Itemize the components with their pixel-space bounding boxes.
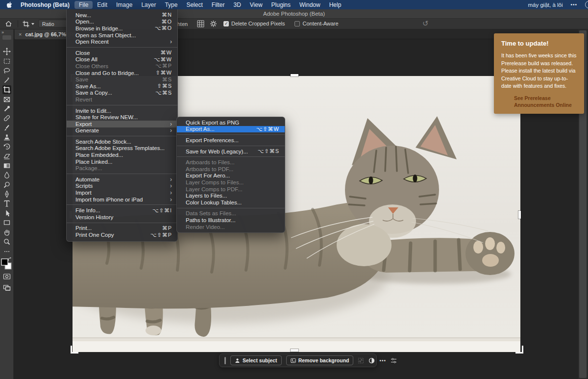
menu-item[interactable]: Render Video... bbox=[177, 224, 285, 230]
crop-settings-gear-icon[interactable] bbox=[210, 20, 217, 29]
menubar-item[interactable]: File bbox=[74, 1, 93, 9]
menu-item[interactable]: Close All ⌥⌘W bbox=[67, 56, 177, 63]
crop-handle-bottom-right[interactable] bbox=[515, 346, 523, 354]
menu-item[interactable]: Artboards to Files... bbox=[177, 159, 285, 166]
collapse-panel-chevron[interactable]: » bbox=[0, 29, 13, 35]
type-tool-icon[interactable] bbox=[4, 201, 9, 207]
rectangle-tool-icon[interactable] bbox=[4, 221, 10, 225]
options-checkbox[interactable]: Content-Aware bbox=[294, 21, 338, 26]
menubar-item[interactable]: Filter bbox=[207, 1, 229, 9]
remove-background-button[interactable]: Remove background bbox=[286, 355, 354, 365]
menubar-item[interactable]: 3D bbox=[229, 1, 245, 9]
crop-handle-bottom-left[interactable] bbox=[71, 346, 78, 354]
menubar-item[interactable]: Image bbox=[112, 1, 137, 9]
menu-item[interactable]: Save As... ⇧⌘S bbox=[67, 83, 177, 90]
select-subject-button[interactable]: Select subject bbox=[230, 355, 282, 365]
eyedropper-tool-icon[interactable] bbox=[5, 106, 10, 111]
menu-item[interactable]: Version History bbox=[67, 214, 177, 221]
menu-item[interactable]: Artboards to PDF... bbox=[177, 166, 285, 173]
taskbar-more-icon[interactable]: ••• bbox=[379, 358, 386, 363]
menu-item[interactable]: Open as Smart Object... bbox=[67, 32, 177, 39]
menu-item[interactable]: Open... ⌘O bbox=[67, 19, 177, 25]
history-brush-tool-icon[interactable] bbox=[4, 144, 10, 150]
lasso-tool-icon[interactable] bbox=[4, 68, 10, 73]
menu-item[interactable]: Invite to Edit... bbox=[67, 107, 177, 114]
crop-handle-right[interactable] bbox=[518, 211, 521, 219]
home-icon[interactable] bbox=[5, 20, 12, 29]
eraser-tool-icon[interactable] bbox=[4, 154, 10, 159]
crop-handle-top[interactable] bbox=[291, 74, 298, 76]
menu-item[interactable]: Close and Go to Bridge... ⇧⌘W bbox=[67, 70, 177, 76]
menu-item[interactable]: Save for Web (Legacy)... ⌥⇧⌘S bbox=[177, 148, 285, 155]
menu-item[interactable]: Export For Aero... bbox=[177, 173, 285, 179]
overlay-options-icon[interactable] bbox=[197, 20, 204, 29]
crop-handle-bottom[interactable] bbox=[291, 349, 298, 352]
edit-toolbar-icon[interactable] bbox=[4, 251, 9, 252]
pen-tool-icon[interactable] bbox=[5, 191, 8, 198]
menu-item[interactable]: Open Recent › bbox=[67, 38, 177, 45]
menubar-item[interactable]: Edit bbox=[93, 1, 112, 9]
reset-crop-icon[interactable]: ↺ bbox=[422, 19, 429, 28]
notification-link[interactable]: See Prerelease Announcements Online bbox=[514, 95, 579, 109]
menu-item[interactable]: Print... ⌘P bbox=[67, 225, 177, 232]
menu-item[interactable]: Search Adobe Express Templates... bbox=[67, 145, 177, 152]
menu-item[interactable]: Scripts › bbox=[67, 183, 177, 190]
menu-item[interactable]: Color Lookup Tables... bbox=[177, 199, 285, 206]
marquee-tool-icon[interactable] bbox=[4, 59, 10, 64]
menubar-item[interactable]: Type bbox=[160, 1, 182, 9]
menubar-clipped-icon[interactable] bbox=[585, 1, 588, 8]
quick-mask-icon[interactable] bbox=[4, 274, 10, 279]
menubar-item[interactable]: Help bbox=[325, 1, 346, 9]
menubar-item[interactable]: Plugins bbox=[267, 1, 295, 9]
adjustment-contrast-icon[interactable] bbox=[368, 357, 375, 364]
menubar-more-icon[interactable]: ••• bbox=[570, 2, 577, 7]
menu-item[interactable]: Close ⌘W bbox=[67, 50, 177, 56]
menu-item[interactable]: Export As... ⌥⇧⌘W bbox=[177, 126, 285, 133]
dodge-tool-icon[interactable] bbox=[4, 182, 10, 188]
menu-item[interactable]: Layer Comps to Files... bbox=[177, 179, 285, 186]
menubar-item[interactable]: Select bbox=[182, 1, 207, 9]
swap-colors-icon[interactable] bbox=[8, 257, 12, 261]
crop-tool-icon[interactable] bbox=[2, 85, 11, 94]
healing-brush-tool-icon[interactable] bbox=[4, 115, 10, 122]
menu-item[interactable]: Browse in Bridge... ⌥⌘O bbox=[67, 25, 177, 32]
zoom-tool-icon[interactable] bbox=[4, 239, 10, 245]
hand-tool-icon[interactable] bbox=[5, 230, 9, 236]
input-source-indicator[interactable]: máy giặt, à lôi bbox=[528, 2, 563, 8]
options-checkbox[interactable]: Delete Cropped Pixels bbox=[223, 21, 285, 26]
brush-tool-icon[interactable] bbox=[4, 126, 9, 131]
menu-item[interactable]: Export Preferences... bbox=[177, 137, 285, 144]
menu-item[interactable]: Automate › bbox=[67, 176, 177, 183]
menu-item[interactable]: Save ⌘S bbox=[67, 76, 177, 83]
menu-item[interactable]: Layers to Files... bbox=[177, 192, 285, 199]
toolbar-grip[interactable] bbox=[2, 35, 11, 40]
menu-item[interactable]: Share for Review NEW... bbox=[67, 114, 177, 121]
taskbar-drag-handle[interactable] bbox=[224, 357, 226, 364]
menu-item[interactable]: Generate › bbox=[67, 127, 177, 134]
app-menu[interactable]: Photoshop (Beta) bbox=[21, 1, 70, 8]
menu-item[interactable]: Print One Copy ⌥⇧⌘P bbox=[67, 231, 177, 238]
gradient-tool-icon[interactable] bbox=[4, 164, 10, 168]
foreground-background-colors[interactable] bbox=[1, 259, 11, 269]
menu-item[interactable]: Export › bbox=[67, 121, 177, 127]
menu-item[interactable]: Save a Copy... ⌥⌘S bbox=[67, 90, 177, 97]
apple-menu-icon[interactable] bbox=[7, 1, 13, 8]
taskbar-settings-icon[interactable] bbox=[391, 357, 397, 364]
menu-item[interactable]: Paths to Illustrator... bbox=[177, 217, 285, 224]
menu-item[interactable]: Revert bbox=[67, 96, 177, 103]
menu-item[interactable]: Place Embedded... bbox=[67, 152, 177, 158]
close-tab-icon[interactable]: × bbox=[19, 31, 22, 37]
menubar-item[interactable]: View bbox=[245, 1, 267, 9]
menu-item[interactable]: Import › bbox=[67, 189, 177, 196]
menubar-item[interactable]: Layer bbox=[137, 1, 160, 9]
menu-item[interactable]: Place Linked... bbox=[67, 158, 177, 165]
menu-item[interactable]: Layer Comps to PDF... bbox=[177, 186, 285, 193]
menu-item[interactable]: Quick Export as PNG bbox=[177, 119, 285, 126]
frame-tool-icon[interactable] bbox=[4, 98, 10, 102]
menu-item[interactable]: Close Others ⌥⌘P bbox=[67, 63, 177, 70]
menu-item[interactable]: Import from iPhone or iPad › bbox=[67, 196, 177, 203]
object-selection-tool-icon[interactable] bbox=[5, 77, 9, 83]
move-tool-icon[interactable] bbox=[3, 48, 11, 55]
menu-item[interactable]: New... ⌘N bbox=[67, 12, 177, 19]
crop-tool-preset[interactable] bbox=[23, 21, 34, 27]
